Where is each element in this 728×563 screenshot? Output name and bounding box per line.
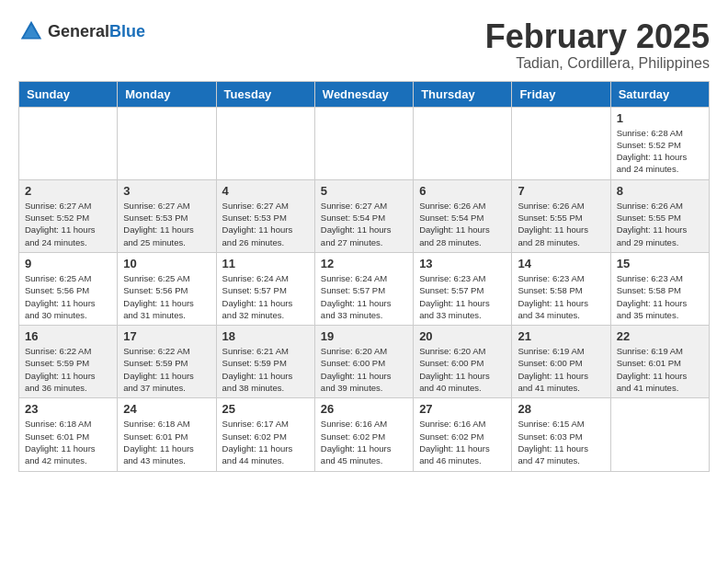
day-info: Sunrise: 6:22 AM Sunset: 5:59 PM Dayligh… [123, 345, 210, 394]
weekday-header: Wednesday [314, 81, 413, 107]
calendar-cell: 27Sunrise: 6:16 AM Sunset: 6:02 PM Dayli… [414, 398, 512, 471]
day-number: 24 [123, 402, 210, 416]
day-info: Sunrise: 6:27 AM Sunset: 5:53 PM Dayligh… [222, 200, 309, 248]
day-number: 17 [123, 329, 210, 343]
calendar-cell: 14Sunrise: 6:23 AM Sunset: 5:58 PM Dayli… [512, 252, 610, 325]
calendar-cell: 5Sunrise: 6:27 AM Sunset: 5:54 PM Daylig… [314, 179, 413, 252]
day-number: 12 [321, 257, 407, 270]
calendar-cell: 20Sunrise: 6:20 AM Sunset: 6:00 PM Dayli… [414, 326, 512, 398]
weekday-header: Thursday [414, 81, 512, 107]
weekday-header: Monday [118, 81, 216, 107]
calendar-cell: 23Sunrise: 6:18 AM Sunset: 6:01 PM Dayli… [19, 398, 118, 471]
day-info: Sunrise: 6:20 AM Sunset: 6:00 PM Dayligh… [419, 345, 506, 394]
day-info: Sunrise: 6:17 AM Sunset: 6:02 PM Dayligh… [222, 418, 309, 466]
day-info: Sunrise: 6:26 AM Sunset: 5:54 PM Dayligh… [419, 200, 506, 248]
day-info: Sunrise: 6:19 AM Sunset: 6:01 PM Dayligh… [617, 345, 703, 394]
calendar-cell [314, 107, 413, 179]
day-number: 4 [222, 184, 309, 198]
calendar-cell: 16Sunrise: 6:22 AM Sunset: 5:59 PM Dayli… [19, 326, 118, 398]
day-info: Sunrise: 6:28 AM Sunset: 5:52 PM Dayligh… [617, 127, 703, 176]
calendar-cell: 6Sunrise: 6:26 AM Sunset: 5:54 PM Daylig… [414, 179, 512, 252]
day-number: 11 [222, 257, 309, 270]
calendar-cell [216, 107, 314, 179]
day-number: 28 [518, 402, 604, 416]
day-number: 1 [617, 111, 703, 125]
logo-icon [18, 18, 44, 44]
day-info: Sunrise: 6:26 AM Sunset: 5:55 PM Dayligh… [617, 200, 703, 248]
day-number: 5 [321, 184, 407, 198]
day-number: 2 [25, 184, 111, 198]
calendar-cell: 15Sunrise: 6:23 AM Sunset: 5:58 PM Dayli… [610, 252, 709, 325]
day-info: Sunrise: 6:18 AM Sunset: 6:01 PM Dayligh… [25, 418, 111, 466]
day-number: 13 [419, 257, 506, 270]
day-number: 7 [518, 184, 604, 198]
day-info: Sunrise: 6:19 AM Sunset: 6:00 PM Dayligh… [518, 345, 604, 394]
day-info: Sunrise: 6:21 AM Sunset: 5:59 PM Dayligh… [222, 345, 309, 394]
calendar-table: SundayMondayTuesdayWednesdayThursdayFrid… [18, 81, 710, 472]
weekday-header: Friday [512, 81, 610, 107]
calendar-cell: 10Sunrise: 6:25 AM Sunset: 5:56 PM Dayli… [118, 252, 216, 325]
title-section: February 2025 Tadian, Cordillera, Philip… [485, 18, 710, 72]
weekday-header: Sunday [19, 81, 118, 107]
day-number: 23 [25, 402, 111, 416]
calendar-cell: 2Sunrise: 6:27 AM Sunset: 5:52 PM Daylig… [19, 179, 118, 252]
calendar-cell [118, 107, 216, 179]
day-info: Sunrise: 6:23 AM Sunset: 5:58 PM Dayligh… [617, 272, 703, 321]
logo-general: General [48, 22, 109, 40]
day-info: Sunrise: 6:16 AM Sunset: 6:02 PM Dayligh… [321, 418, 407, 466]
weekday-header: Tuesday [216, 81, 314, 107]
calendar-cell: 28Sunrise: 6:15 AM Sunset: 6:03 PM Dayli… [512, 398, 610, 471]
day-info: Sunrise: 6:15 AM Sunset: 6:03 PM Dayligh… [518, 418, 604, 466]
calendar-cell [610, 398, 709, 471]
calendar-cell: 12Sunrise: 6:24 AM Sunset: 5:57 PM Dayli… [314, 252, 413, 325]
day-number: 18 [222, 329, 309, 343]
calendar-week-row: 9Sunrise: 6:25 AM Sunset: 5:56 PM Daylig… [19, 252, 710, 325]
calendar-header-row: SundayMondayTuesdayWednesdayThursdayFrid… [19, 81, 710, 107]
calendar-cell: 13Sunrise: 6:23 AM Sunset: 5:57 PM Dayli… [414, 252, 512, 325]
logo-blue: Blue [109, 22, 145, 40]
calendar-cell: 18Sunrise: 6:21 AM Sunset: 5:59 PM Dayli… [216, 326, 314, 398]
location-title: Tadian, Cordillera, Philippines [485, 55, 710, 72]
day-number: 25 [222, 402, 309, 416]
calendar-week-row: 2Sunrise: 6:27 AM Sunset: 5:52 PM Daylig… [19, 179, 710, 252]
day-number: 22 [617, 329, 703, 343]
day-number: 9 [25, 257, 111, 270]
calendar-cell: 4Sunrise: 6:27 AM Sunset: 5:53 PM Daylig… [216, 179, 314, 252]
calendar-cell: 25Sunrise: 6:17 AM Sunset: 6:02 PM Dayli… [216, 398, 314, 471]
day-number: 21 [518, 329, 604, 343]
calendar-cell: 24Sunrise: 6:18 AM Sunset: 6:01 PM Dayli… [118, 398, 216, 471]
day-info: Sunrise: 6:23 AM Sunset: 5:57 PM Dayligh… [419, 272, 506, 321]
day-number: 8 [617, 184, 703, 198]
calendar-cell: 7Sunrise: 6:26 AM Sunset: 5:55 PM Daylig… [512, 179, 610, 252]
weekday-header: Saturday [610, 81, 709, 107]
calendar-cell [414, 107, 512, 179]
day-info: Sunrise: 6:24 AM Sunset: 5:57 PM Dayligh… [321, 272, 407, 321]
day-info: Sunrise: 6:22 AM Sunset: 5:59 PM Dayligh… [25, 345, 111, 394]
calendar-cell [512, 107, 610, 179]
day-number: 6 [419, 184, 506, 198]
day-info: Sunrise: 6:18 AM Sunset: 6:01 PM Dayligh… [123, 418, 210, 466]
day-info: Sunrise: 6:27 AM Sunset: 5:53 PM Dayligh… [123, 200, 210, 248]
day-info: Sunrise: 6:23 AM Sunset: 5:58 PM Dayligh… [518, 272, 604, 321]
calendar-cell [19, 107, 118, 179]
day-number: 10 [123, 257, 210, 270]
page-header: GeneralBlue February 2025 Tadian, Cordil… [18, 18, 710, 72]
day-number: 3 [123, 184, 210, 198]
day-info: Sunrise: 6:25 AM Sunset: 5:56 PM Dayligh… [25, 272, 111, 321]
day-number: 20 [419, 329, 506, 343]
calendar-cell: 26Sunrise: 6:16 AM Sunset: 6:02 PM Dayli… [314, 398, 413, 471]
calendar-cell: 3Sunrise: 6:27 AM Sunset: 5:53 PM Daylig… [118, 179, 216, 252]
day-number: 14 [518, 257, 604, 270]
calendar-cell: 19Sunrise: 6:20 AM Sunset: 6:00 PM Dayli… [314, 326, 413, 398]
day-info: Sunrise: 6:24 AM Sunset: 5:57 PM Dayligh… [222, 272, 309, 321]
day-info: Sunrise: 6:26 AM Sunset: 5:55 PM Dayligh… [518, 200, 604, 248]
logo: GeneralBlue [18, 18, 145, 44]
day-number: 16 [25, 329, 111, 343]
day-number: 15 [617, 257, 703, 270]
calendar-cell: 1Sunrise: 6:28 AM Sunset: 5:52 PM Daylig… [610, 107, 709, 179]
month-title: February 2025 [485, 18, 710, 55]
calendar-week-row: 1Sunrise: 6:28 AM Sunset: 5:52 PM Daylig… [19, 107, 710, 179]
calendar-cell: 21Sunrise: 6:19 AM Sunset: 6:00 PM Dayli… [512, 326, 610, 398]
day-info: Sunrise: 6:27 AM Sunset: 5:52 PM Dayligh… [25, 200, 111, 248]
day-number: 19 [321, 329, 407, 343]
